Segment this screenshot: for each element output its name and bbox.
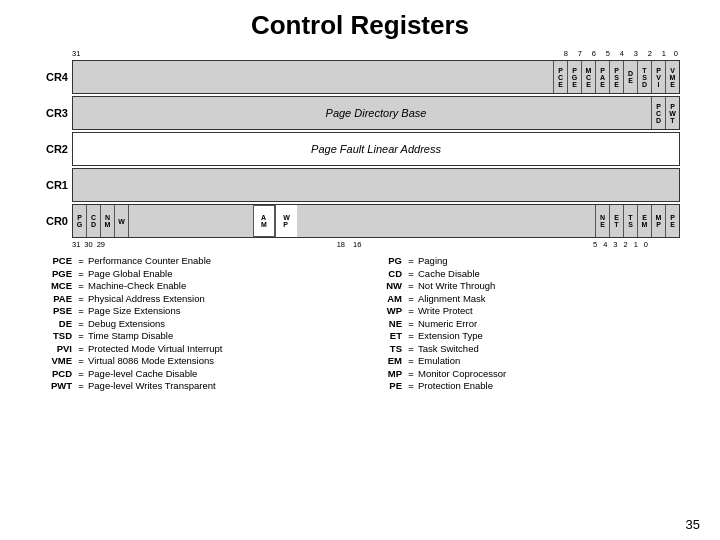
leg-pae: PAE = Physical Address Extension	[40, 293, 350, 304]
cr4-row: CR4 PCE PGE MCE PAE PSE DE TSD PVI VME	[40, 60, 680, 94]
cr3-text: Page Directory Base	[73, 107, 679, 119]
cr4-bits: PCE PGE MCE PAE PSE DE TSD PVI VME	[553, 61, 679, 93]
bit-6-label: 6	[592, 49, 596, 58]
bottom-3: 3	[613, 240, 617, 249]
cr2-body: Page Fault Linear Address	[72, 132, 680, 166]
cr0-em-bit: EM	[637, 205, 651, 237]
leg-nw: NW = Not Write Through	[370, 280, 680, 291]
cr0-cd-bit: CD	[87, 205, 101, 237]
cr4-vme: VME	[665, 61, 679, 93]
leg-mp: MP = Monitor Coprocessor	[370, 368, 680, 379]
cr3-label: CR3	[40, 96, 72, 130]
page-number: 35	[686, 517, 700, 532]
leg-mce: MCE = Machine-Check Enable	[40, 280, 350, 291]
cr0-ne-bit: NE	[595, 205, 609, 237]
bit-3-label: 3	[634, 49, 638, 58]
cr1-body	[72, 168, 680, 202]
cr4-body: PCE PGE MCE PAE PSE DE TSD PVI VME	[72, 60, 680, 94]
leg-pcd: PCD = Page-level Cache Disable	[40, 368, 350, 379]
legend-col-right: PG = Paging CD = Cache Disable NW = Not …	[370, 255, 680, 393]
cr4-de: DE	[623, 61, 637, 93]
cr1-row: CR1	[40, 168, 680, 202]
leg-pge: PGE = Page Global Enable	[40, 268, 350, 279]
bottom-0: 0	[644, 240, 648, 249]
legend: PCE = Performance Counter Enable PGE = P…	[40, 255, 680, 393]
leg-ne: NE = Numeric Error	[370, 318, 680, 329]
leg-pvi: PVI = Protected Mode Virtual Interrupt	[40, 343, 350, 354]
leg-cd: CD = Cache Disable	[370, 268, 680, 279]
bottom-bit-numbers: 31 30 29 18 16 5 4 3 2 1 0	[40, 240, 648, 249]
cr3-row: CR3 Page Directory Base PCD PWT	[40, 96, 680, 130]
cr0-wp-bit: WP	[275, 205, 297, 237]
bit-8-label: 8	[564, 49, 568, 58]
cr0-am-bit: AM	[253, 205, 275, 237]
leg-vme: VME = Virtual 8086 Mode Extensions	[40, 355, 350, 366]
cr0-body: PG CD NM W AM WP NE ET TS EM MP PE	[72, 204, 680, 238]
cr0-row: CR0 PG CD NM W AM WP NE ET TS	[40, 204, 680, 238]
bottom-5: 5	[593, 240, 597, 249]
leg-tsd: TSD = Time Stamp Disable	[40, 330, 350, 341]
cr0-left-bits: PG CD NM W	[73, 205, 129, 237]
leg-pce: PCE = Performance Counter Enable	[40, 255, 350, 266]
cr2-row: CR2 Page Fault Linear Address	[40, 132, 680, 166]
cr0-nm-bit: NM	[101, 205, 115, 237]
leg-em: EM = Emulation	[370, 355, 680, 366]
legend-col-left: PCE = Performance Counter Enable PGE = P…	[40, 255, 350, 393]
cr0-label: CR0	[40, 204, 72, 238]
bottom-1: 1	[634, 240, 638, 249]
bottom-18: 18	[337, 240, 345, 249]
cr3-pwt: PWT	[665, 97, 679, 129]
cr4-pvi: PVI	[651, 61, 665, 93]
cr4-label: CR4	[40, 60, 72, 94]
cr4-tsd: TSD	[637, 61, 651, 93]
cr0-pg-bit: PG	[73, 205, 87, 237]
bit-31-label: 31	[72, 49, 80, 58]
page-title: Control Registers	[251, 10, 469, 41]
cr4-pae: PAE	[595, 61, 609, 93]
cr0-pe-bit: PE	[665, 205, 679, 237]
bottom-29: 29	[97, 240, 105, 249]
cr4-pge: PGE	[567, 61, 581, 93]
cr2-text: Page Fault Linear Address	[73, 143, 679, 155]
bit-2-label: 2	[648, 49, 652, 58]
cr0-right-bits: NE ET TS EM MP PE	[595, 205, 679, 237]
bit-1-label: 1	[662, 49, 666, 58]
cr0-et-bit: ET	[609, 205, 623, 237]
cr4-mce: MCE	[581, 61, 595, 93]
cr3-bits: PCD PWT	[651, 97, 679, 129]
cr0-w-bit: W	[115, 205, 129, 237]
bit-7-label: 7	[578, 49, 582, 58]
bottom-2: 2	[623, 240, 627, 249]
bottom-16: 16	[353, 240, 361, 249]
cr2-label: CR2	[40, 132, 72, 166]
bottom-31: 31	[72, 240, 80, 249]
bit-4-label: 4	[620, 49, 624, 58]
leg-wp: WP = Write Protect	[370, 305, 680, 316]
bit-0-label: 0	[674, 49, 678, 58]
leg-ts: TS = Task Switched	[370, 343, 680, 354]
cr0-ts-bit: TS	[623, 205, 637, 237]
cr3-pcd: PCD	[651, 97, 665, 129]
leg-et: ET = Extension Type	[370, 330, 680, 341]
bit-5-label: 5	[606, 49, 610, 58]
bottom-30: 30	[84, 240, 92, 249]
leg-pe: PE = Protection Enable	[370, 380, 680, 391]
cr0-mp-bit: MP	[651, 205, 665, 237]
leg-de: DE = Debug Extensions	[40, 318, 350, 329]
leg-pwt: PWT = Page-level Writes Transparent	[40, 380, 350, 391]
cr3-body: Page Directory Base PCD PWT	[72, 96, 680, 130]
cr4-pse: PSE	[609, 61, 623, 93]
cr4-pce: PCE	[553, 61, 567, 93]
bottom-4: 4	[603, 240, 607, 249]
leg-pg: PG = Paging	[370, 255, 680, 266]
leg-pse: PSE = Page Size Extensions	[40, 305, 350, 316]
leg-am: AM = Alignment Mask	[370, 293, 680, 304]
cr1-label: CR1	[40, 168, 72, 202]
